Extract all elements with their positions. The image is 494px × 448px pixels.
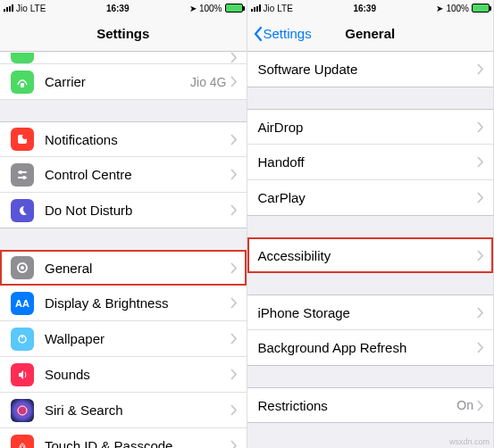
control-centre-row[interactable]: Control Centre: [0, 157, 247, 193]
chevron-right-icon: [477, 250, 484, 261]
chevron-right-icon: [230, 204, 238, 216]
row-label: Control Centre: [45, 167, 230, 182]
chevron-right-icon: [230, 134, 238, 145]
watermark: wsxdn.com: [449, 437, 490, 446]
chevron-right-icon: [230, 76, 238, 87]
row-label: General: [45, 261, 230, 276]
chevron-right-icon: [477, 156, 484, 168]
battery-icon: [225, 4, 243, 12]
row-label: AirDrop: [258, 120, 478, 135]
chevron-right-icon: [477, 63, 484, 75]
svg-rect-0: [21, 83, 24, 87]
row-detail: On: [456, 398, 473, 412]
carrier-name: Jio: [264, 4, 275, 13]
settings-list[interactable]: Carrier Jio 4G Notifications Control Cen…: [0, 52, 247, 448]
battery-icon: [472, 4, 490, 12]
location-icon: ➤: [436, 4, 443, 13]
carplay-row[interactable]: CarPlay: [247, 180, 494, 216]
notifications-row[interactable]: Notifications: [0, 121, 247, 157]
svg-point-10: [21, 336, 23, 338]
network-type: LTE: [30, 4, 46, 13]
carrier-name: Jio: [16, 4, 28, 13]
partial-row[interactable]: [0, 52, 247, 64]
touchid-row[interactable]: Touch ID & Passcode: [0, 428, 247, 448]
row-label: Wallpaper: [45, 331, 230, 346]
back-button[interactable]: Settings: [253, 26, 312, 42]
notifications-icon: [11, 128, 34, 151]
nav-bar: Settings: [0, 16, 247, 52]
row-label: iPhone Storage: [258, 305, 478, 320]
row-label: Handoff: [258, 154, 478, 170]
chevron-right-icon: [230, 404, 238, 416]
signal-icon: [4, 4, 13, 12]
handoff-row[interactable]: Handoff: [247, 145, 494, 180]
siri-icon: [11, 399, 34, 422]
chevron-right-icon: [230, 333, 238, 344]
carrier-icon: [11, 71, 34, 94]
row-label: CarPlay: [258, 190, 478, 205]
row-label: Touch ID & Passcode: [45, 438, 230, 448]
chevron-right-icon: [230, 52, 238, 63]
carrier-row[interactable]: Carrier Jio 4G: [0, 64, 247, 100]
row-label: Siri & Search: [45, 402, 230, 418]
software-update-row[interactable]: Software Update: [247, 52, 494, 87]
moon-icon: [11, 199, 34, 222]
fingerprint-icon: [11, 435, 34, 449]
chevron-right-icon: [230, 169, 238, 180]
svg-point-11: [18, 406, 27, 415]
back-label: Settings: [264, 26, 312, 41]
gear-icon: [11, 256, 34, 279]
status-bar: Jio LTE 16:39 ➤ 100%: [247, 0, 494, 16]
row-label: Notifications: [45, 132, 230, 147]
svg-point-2: [22, 134, 28, 139]
background-refresh-row[interactable]: Background App Refresh: [247, 330, 494, 366]
row-label: Sounds: [45, 367, 230, 382]
chevron-right-icon: [230, 262, 238, 274]
siri-row[interactable]: Siri & Search: [0, 393, 247, 428]
chevron-right-icon: [477, 307, 484, 319]
accessibility-row[interactable]: Accessibility: [247, 237, 494, 273]
row-label: Background App Refresh: [258, 340, 478, 355]
control-centre-icon: [11, 163, 34, 187]
chevron-right-icon: [477, 192, 484, 203]
chevron-right-icon: [230, 369, 238, 380]
row-label: Software Update: [258, 62, 478, 77]
row-label: Accessibility: [258, 248, 478, 263]
page-title: General: [345, 26, 395, 41]
signal-icon: [251, 4, 261, 12]
svg-point-8: [21, 266, 24, 270]
restrictions-row[interactable]: Restrictions On: [247, 387, 494, 423]
settings-screen: Jio LTE 16:39 ➤ 100% Settings Carrier Ji…: [0, 0, 247, 448]
svg-point-5: [19, 170, 22, 174]
sounds-icon: [11, 363, 34, 386]
wallpaper-icon: [11, 328, 34, 351]
chevron-right-icon: [230, 297, 238, 309]
status-bar: Jio LTE 16:39 ➤ 100%: [0, 0, 247, 16]
airdrop-row[interactable]: AirDrop: [247, 109, 494, 145]
chevron-right-icon: [477, 400, 484, 411]
location-icon: ➤: [189, 4, 197, 13]
display-icon: AA: [11, 292, 34, 315]
row-label: Do Not Disturb: [45, 203, 230, 218]
status-time: 16:39: [106, 4, 130, 13]
network-type: LTE: [277, 4, 293, 13]
display-row[interactable]: AA Display & Brightness: [0, 286, 247, 321]
general-screen: Jio LTE 16:39 ➤ 100% Settings General So…: [247, 0, 495, 448]
iphone-storage-row[interactable]: iPhone Storage: [247, 295, 494, 330]
status-time: 16:39: [353, 4, 376, 13]
wallpaper-row[interactable]: Wallpaper: [0, 321, 247, 357]
row-label: Display & Brightness: [45, 295, 230, 311]
phone-icon: [11, 53, 34, 63]
general-list[interactable]: Software Update AirDrop Handoff CarPlay …: [247, 52, 494, 448]
general-row[interactable]: General: [0, 250, 247, 286]
chevron-right-icon: [230, 440, 238, 448]
chevron-right-icon: [477, 121, 484, 133]
battery-pct: 100%: [446, 4, 469, 13]
svg-point-6: [22, 176, 26, 179]
nav-bar: Settings General: [247, 16, 494, 52]
page-title: Settings: [96, 26, 149, 41]
dnd-row[interactable]: Do Not Disturb: [0, 193, 247, 228]
row-label: Carrier: [45, 74, 190, 89]
row-label: Restrictions: [258, 398, 457, 413]
sounds-row[interactable]: Sounds: [0, 357, 247, 393]
